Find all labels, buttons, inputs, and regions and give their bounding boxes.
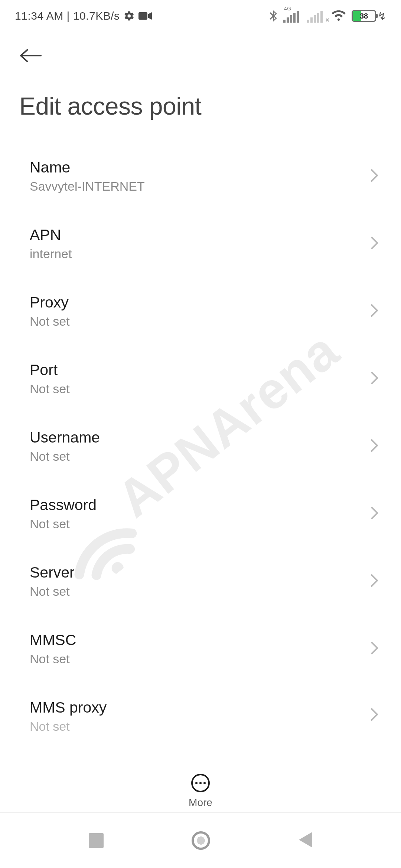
- setting-label: Username: [30, 429, 371, 446]
- setting-row-password[interactable]: Password Not set: [0, 480, 401, 548]
- svg-rect-0: [138, 12, 147, 20]
- chevron-right-icon: [371, 708, 379, 723]
- setting-label: Server: [30, 564, 371, 581]
- nav-recent-button[interactable]: [89, 833, 104, 848]
- page-title: Edit access point: [19, 92, 382, 120]
- nav-home-button[interactable]: [192, 831, 210, 850]
- status-time-text: 11:34 AM: [15, 10, 63, 22]
- more-icon: [191, 774, 210, 792]
- svg-marker-4: [299, 832, 312, 848]
- setting-row-port[interactable]: Port Not set: [0, 345, 401, 412]
- setting-value: Not set: [30, 517, 371, 531]
- system-navbar: [0, 812, 401, 868]
- camera-icon: [138, 11, 152, 20]
- setting-value: Not set: [30, 314, 371, 329]
- status-sep: |: [67, 10, 70, 22]
- settings-list: APNArena Name Savvytel-INTERNET APN inte…: [0, 128, 401, 765]
- setting-label: APN: [30, 226, 371, 244]
- setting-row-mmsc[interactable]: MMSC Not set: [0, 615, 401, 683]
- chevron-right-icon: [371, 641, 379, 656]
- status-left: 11:34 AM | 10.7KB/s: [15, 10, 152, 22]
- chevron-right-icon: [371, 236, 379, 251]
- setting-label: Name: [30, 159, 371, 176]
- setting-value: Not set: [30, 382, 371, 396]
- chevron-right-icon: [371, 304, 379, 319]
- setting-value: internet: [30, 247, 371, 261]
- back-arrow-icon: [19, 48, 42, 65]
- svg-marker-1: [148, 12, 152, 20]
- status-bar: 11:34 AM | 10.7KB/s 4G ×: [0, 0, 401, 27]
- back-button[interactable]: [19, 45, 49, 68]
- chevron-right-icon: [371, 506, 379, 521]
- setting-label: Proxy: [30, 294, 371, 311]
- more-button[interactable]: More: [189, 774, 212, 809]
- setting-label: MMSC: [30, 631, 371, 649]
- setting-row-apn[interactable]: APN internet: [0, 210, 401, 277]
- setting-value: Not set: [30, 652, 371, 666]
- battery-indicator: 38 ↯: [352, 10, 386, 22]
- signal-bars-dim-icon: [307, 11, 323, 23]
- setting-value: Not set: [30, 719, 371, 731]
- setting-row-server[interactable]: Server Not set: [0, 548, 401, 615]
- status-speed: 10.7KB/s: [73, 10, 120, 22]
- setting-label: Port: [30, 361, 371, 379]
- header: Edit access point: [0, 27, 401, 128]
- more-label: More: [189, 797, 212, 809]
- setting-value: Not set: [30, 449, 371, 464]
- chevron-right-icon: [371, 169, 379, 184]
- setting-row-username[interactable]: Username Not set: [0, 412, 401, 480]
- battery-icon: 38: [352, 10, 376, 22]
- setting-value: Not set: [30, 584, 371, 599]
- signal-sim2: ×: [307, 9, 326, 23]
- setting-row-mms-proxy[interactable]: MMS proxy Not set: [0, 683, 401, 747]
- setting-row-name[interactable]: Name Savvytel-INTERNET: [0, 142, 401, 210]
- setting-label: Password: [30, 496, 371, 514]
- signal-sim1: 4G: [283, 9, 302, 23]
- nav-back-button[interactable]: [298, 832, 312, 849]
- battery-percent: 38: [353, 12, 375, 20]
- chevron-right-icon: [371, 371, 379, 386]
- settings-gear-icon: [124, 10, 135, 22]
- charging-icon: ↯: [378, 10, 386, 22]
- bottom-toolbar: More: [0, 774, 401, 809]
- setting-row-proxy[interactable]: Proxy Not set: [0, 277, 401, 345]
- setting-value: Savvytel-INTERNET: [30, 179, 371, 194]
- setting-label: MMS proxy: [30, 699, 371, 716]
- bluetooth-icon: [268, 10, 278, 22]
- status-right: 4G × 38 ↯: [268, 9, 386, 23]
- signal-bars-icon: [283, 11, 299, 23]
- wifi-icon: [331, 10, 346, 22]
- no-sim-icon: ×: [325, 16, 329, 24]
- chevron-right-icon: [371, 439, 379, 454]
- chevron-right-icon: [371, 574, 379, 589]
- status-time: 11:34 AM | 10.7KB/s: [15, 10, 120, 22]
